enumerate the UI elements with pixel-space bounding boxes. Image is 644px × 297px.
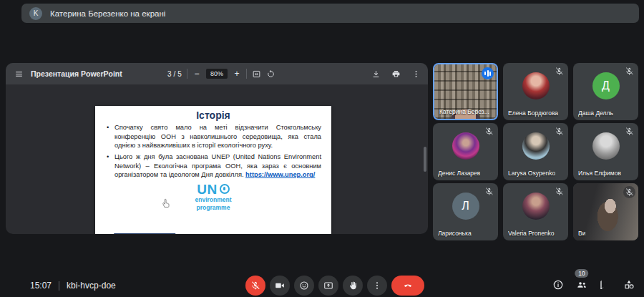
mic-off-icon [555,187,564,196]
participant-tile-dasha[interactable]: Д Даша Делль [573,63,638,120]
audio-speaking-indicator-icon [482,67,494,79]
mic-off-icon [623,186,635,198]
footer-parallelogram [107,233,175,234]
participant-name: Valeria Pronenko [508,230,555,237]
mic-off-icon [484,187,494,196]
participant-tile-ilya[interactable]: Илья Елфимов [573,123,638,180]
slide-hyperlink[interactable]: https://www.unep.org/ [245,171,315,178]
presenting-banner-text: Катерина Березенко на екрані [50,9,165,18]
unep-logo-un-text: UN [197,182,217,196]
participant-tile-valeria[interactable]: Valeria Pronenko [503,183,568,240]
pdf-toolbar: Презентация PowerPoint 3 / 5 − 80% + [6,63,428,84]
participant-photo-avatar [452,132,479,160]
unep-globe-icon [220,184,230,194]
participant-photo-avatar [522,132,550,160]
participant-name: Илья Елфимов [578,170,621,177]
participant-initial-avatar: Д [592,72,620,99]
slide-bullet: Цього ж дня була заснована UNEP (United … [107,152,321,180]
mic-off-icon [555,67,564,76]
fit-to-page-icon[interactable] [252,69,261,79]
participant-name: Ларисонька [438,230,472,237]
present-screen-button[interactable] [318,276,338,296]
unep-logo-line1: environment [95,197,331,204]
participant-name: Ви [578,230,585,237]
mic-off-icon [555,127,564,136]
activities-panel-button[interactable] [623,279,635,291]
viewer-scrollbar[interactable] [424,147,426,172]
mic-toggle-button[interactable] [245,276,265,296]
slide-bullet-list: Спочатку свято мало на меті відзначити С… [107,123,321,180]
slide-bullet-text: Спочатку свято мало на меті відзначити С… [114,124,321,149]
participant-tile-kateryna[interactable]: Катерина Берез... [433,63,498,120]
page-current: 3 [167,70,172,78]
participant-tile-denys[interactable]: Денис Лазарев [433,123,498,180]
meeting-details-button[interactable] [552,279,564,291]
toolbar-divider [246,69,247,79]
page-indicator: 3 / 5 [167,70,182,78]
participant-tile-larysonka[interactable]: Л Ларисонька [433,183,498,240]
participants-count-badge: 10 [575,269,588,278]
print-icon[interactable] [391,69,401,79]
participant-initial-avatar: Л [452,193,479,220]
unep-logo-line2: programme [95,205,331,212]
clock-time: 15:07 [30,281,52,291]
participant-name: Денис Лазарев [438,170,480,177]
mic-off-icon [484,127,494,136]
page-separator: / [174,70,176,78]
meeting-panels: 10 [552,279,635,291]
document-title: Презентация PowerPoint [31,69,122,78]
camera-toggle-button[interactable] [270,276,290,296]
slide-title: Історія [95,109,331,121]
more-options-icon[interactable] [411,69,421,79]
meeting-code: kbi-hvcp-doe [67,281,116,291]
reactions-button[interactable] [294,276,314,296]
mic-off-icon [625,67,634,76]
hand-cursor-icon [161,198,170,208]
zoom-level[interactable]: 80% [206,69,228,79]
toolbar-divider [187,69,187,79]
slide-footer: Луганський національний університет імен… [95,233,331,234]
call-controls [245,276,424,296]
participants-panel-button[interactable]: 10 [576,279,587,291]
slide-bullet: Спочатку свято мало на меті відзначити С… [107,123,321,150]
participant-name: Larysa Osypenko [508,170,555,177]
participant-photo-avatar [522,193,550,220]
presenter-avatar: K [29,7,42,20]
pdf-canvas-area[interactable]: Історія Спочатку свято мало на меті відз… [6,84,428,234]
raise-hand-button[interactable] [343,276,363,296]
participant-name: Даша Делль [578,109,613,117]
shared-screen-viewer: Презентация PowerPoint 3 / 5 − 80% + [6,63,428,234]
participant-name: Елена Бордюгова [508,109,558,117]
zoom-in-button[interactable]: + [233,69,241,79]
download-icon[interactable] [371,69,381,79]
more-controls-button[interactable] [367,276,387,296]
participant-tile-elena[interactable]: Елена Бордюгова [503,63,568,120]
page-total: 5 [177,70,182,78]
mic-off-icon [625,127,634,136]
chat-panel-button[interactable] [600,279,611,291]
participant-photo-avatar [522,72,550,99]
participant-tile-you[interactable]: Ви [573,183,638,240]
meeting-info: 15:07 kbi-hvcp-doe [30,280,116,291]
rotate-icon[interactable] [266,69,275,79]
meet-app-window: K Катерина Березенко на екрані Презентац… [0,0,644,297]
participant-tile-larysa-osypenko[interactable]: Larysa Osypenko [503,123,568,180]
end-call-button[interactable] [391,276,424,296]
presenting-banner: K Катерина Березенко на екрані [21,4,639,23]
info-divider [59,281,59,291]
menu-icon[interactable] [14,69,24,79]
participant-photo-avatar [592,132,620,160]
unep-logo: UN environment programme [95,182,331,212]
slide-page: Історія Спочатку свято мало на меті відз… [95,106,331,234]
participant-name: Катерина Берез... [439,108,489,115]
zoom-out-button[interactable]: − [192,69,201,79]
